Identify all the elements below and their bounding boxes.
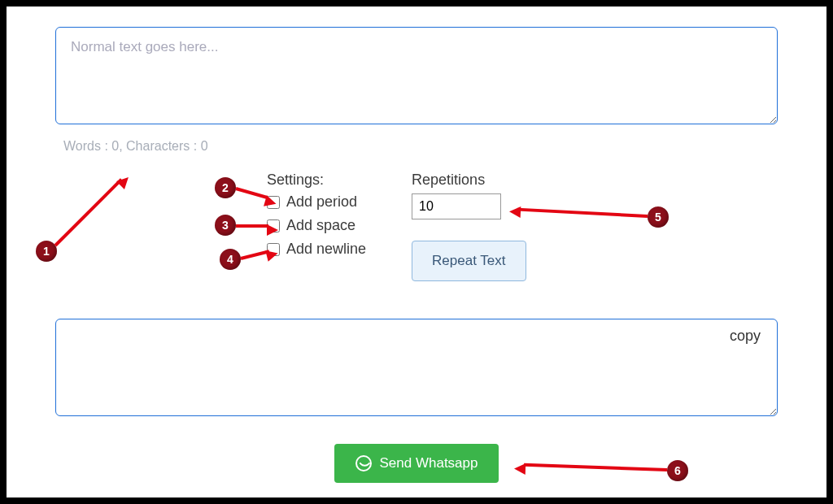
output-textarea[interactable]: copy bbox=[55, 319, 778, 416]
copy-button[interactable]: copy bbox=[730, 328, 761, 345]
settings-row: Settings: Add period Add space Add newli… bbox=[267, 172, 778, 281]
add-period-checkbox[interactable] bbox=[267, 196, 280, 209]
add-space-checkbox[interactable] bbox=[267, 219, 280, 232]
option-add-space[interactable]: Add space bbox=[267, 217, 366, 234]
add-newline-checkbox[interactable] bbox=[267, 243, 280, 256]
send-row: Send Whatsapp bbox=[55, 444, 778, 483]
whatsapp-icon bbox=[355, 455, 372, 471]
send-whatsapp-label: Send Whatsapp bbox=[380, 455, 478, 471]
settings-title: Settings: bbox=[267, 172, 366, 189]
settings-column: Settings: Add period Add space Add newli… bbox=[267, 172, 366, 264]
repetitions-column: Repetitions Repeat Text bbox=[412, 172, 526, 281]
repeat-text-button[interactable]: Repeat Text bbox=[412, 241, 526, 281]
chars-count: Characters : 0 bbox=[126, 139, 207, 153]
app-frame: Words : 0, Characters : 0 Settings: Add … bbox=[0, 0, 833, 504]
repetitions-input[interactable] bbox=[412, 193, 501, 219]
add-period-label: Add period bbox=[286, 193, 357, 211]
add-newline-label: Add newline bbox=[286, 241, 366, 258]
word-char-count: Words : 0, Characters : 0 bbox=[63, 139, 778, 154]
source-text-input[interactable] bbox=[55, 27, 778, 124]
option-add-newline[interactable]: Add newline bbox=[267, 241, 366, 258]
repetitions-label: Repetitions bbox=[412, 172, 526, 189]
add-space-label: Add space bbox=[286, 217, 355, 234]
content: Words : 0, Characters : 0 Settings: Add … bbox=[7, 7, 826, 491]
words-count: Words : 0 bbox=[63, 139, 119, 153]
option-add-period[interactable]: Add period bbox=[267, 193, 366, 211]
send-whatsapp-button[interactable]: Send Whatsapp bbox=[334, 444, 499, 483]
